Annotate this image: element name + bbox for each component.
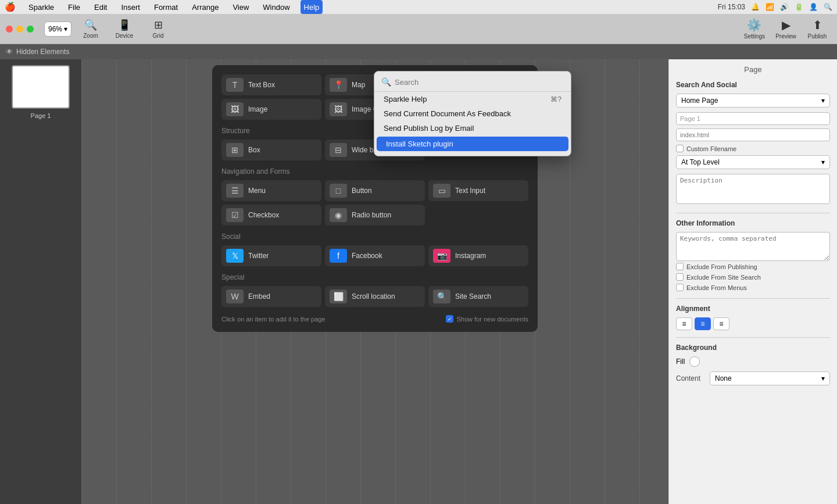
insert-button[interactable]: □ Button [325,180,425,201]
content-chevron: ▾ [821,374,825,383]
maximize-button[interactable] [27,26,34,33]
exclude-search-checkbox[interactable] [676,273,684,281]
page-label: Page 1 [31,112,51,119]
level-dropdown[interactable]: At Top Level ▾ [676,155,830,169]
insert-box[interactable]: ⊞ Box [221,140,321,160]
insert-site-search[interactable]: 🔍 Site Search [428,286,528,307]
insert-text-input[interactable]: ▭ Text Input [428,180,528,201]
page-name-input[interactable] [676,112,830,125]
alignment-title: Alignment [676,305,830,313]
filename-row [676,128,830,141]
apple-menu[interactable]: 🍎 [5,2,16,12]
close-button[interactable] [6,26,13,33]
traffic-lights [6,26,34,33]
box-icon: ⊞ [226,143,244,157]
show-new-docs[interactable]: ✓ Show for new documents [446,315,528,323]
insert-instagram[interactable]: 📷 Instagram [428,245,528,266]
right-tab-page[interactable]: Page [676,65,830,74]
zoom-control[interactable]: 96% ▾ [44,22,71,37]
embed-label: Embed [248,292,270,301]
checkbox-icon: ☑ [226,208,244,222]
text-input-label: Text Input [455,187,485,195]
hidden-elements-label: Hidden Elements [16,48,69,56]
publish-button[interactable]: ⬆ Publish [803,16,831,42]
menubar-search-icon[interactable]: 🔍 [824,3,832,11]
insert-navforms: ☰ Menu □ Button ▭ Text Input ☑ Checkbox … [221,180,528,226]
align-center-button[interactable]: ≡ [695,317,711,330]
device-label: Device [116,33,134,39]
insert-checkbox[interactable]: ☑ Checkbox [221,205,321,226]
insert-embed[interactable]: W Embed [221,286,321,307]
insert-textbox[interactable]: T Text Box [221,74,321,95]
grid-label: Grid [153,33,164,39]
filename-input[interactable] [676,128,830,141]
image-gallery-icon: 🖼 [330,102,347,116]
settings-button[interactable]: ⚙️ Settings [741,16,768,42]
exclude-publishing-checkbox[interactable] [676,263,684,270]
exclude-menus-checkbox[interactable] [676,284,684,291]
canvas-area[interactable]: T Text Box 📍 Map ▶ Video 🖼 Image [81,59,668,504]
device-tool[interactable]: 📱 Device [110,16,139,42]
help-search-input[interactable] [395,78,564,87]
help-send-doc[interactable]: Send Current Document As Feedback [374,106,571,121]
menubar-window[interactable]: Window [259,0,293,14]
minimize-button[interactable] [16,26,23,33]
help-dropdown[interactable]: 🔍 Sparkle Help ⌘? Send Current Document … [374,71,571,156]
help-sparkle-help[interactable]: Sparkle Help ⌘? [374,92,571,106]
align-left-button[interactable]: ≡ [676,317,692,330]
content-row: Content None ▾ [676,371,830,385]
help-install-sketch[interactable]: Install Sketch plugin [377,137,568,151]
insert-scroll-location[interactable]: ⬜ Scroll location [325,286,425,307]
grid-tool[interactable]: ⊞ Grid [144,16,173,42]
insert-menu[interactable]: ☰ Menu [221,180,321,201]
menubar-insert[interactable]: Insert [117,0,144,14]
insert-twitter[interactable]: 𝕏 Twitter [221,245,321,266]
zoom-tool[interactable]: 🔍 Zoom [76,16,105,42]
menubar-notification-icon[interactable]: 🔔 [751,3,760,11]
align-right-button[interactable]: ≡ [713,317,729,330]
page-thumbnail[interactable] [12,65,70,109]
insert-image[interactable]: 🖼 Image [221,99,321,120]
menubar-format[interactable]: Format [151,0,181,14]
search-social-chevron: ▾ [821,96,825,105]
device-icon: 📱 [118,19,131,31]
menubar-right: Fri 15:03 🔔 📶 🔊 🔋 👤 🔍 [718,3,832,11]
menubar-arrange[interactable]: Arrange [188,0,222,14]
menubar-file[interactable]: File [65,0,84,14]
content-dropdown[interactable]: None ▾ [710,371,830,385]
keywords-input[interactable] [676,232,830,261]
settings-icon: ⚙️ [747,18,761,32]
sparkle-help-shortcut: ⌘? [550,95,561,103]
help-search-icon: 🔍 [381,77,391,87]
insert-footer: Click on an item to add it to the page ✓… [221,315,528,323]
wide-box-icon: ⊟ [330,143,347,157]
insert-facebook[interactable]: f Facebook [325,245,425,266]
textbox-icon: T [226,78,244,92]
help-send-log[interactable]: Send Publish Log by Email [374,121,571,135]
description-textarea[interactable] [676,174,830,204]
menubar-view[interactable]: View [229,0,252,14]
preview-button[interactable]: ▶ Preview [772,16,800,42]
background-title: Background [676,344,830,352]
divider-3 [676,337,830,338]
search-social-dropdown[interactable]: Home Page ▾ [676,94,830,108]
hidden-elements-bar: 👁 Hidden Elements [0,44,837,59]
fill-color-swatch[interactable] [689,356,700,367]
alignment-row: ≡ ≡ ≡ [676,317,830,330]
insert-radio[interactable]: ◉ Radio button [325,205,425,226]
embed-icon: W [226,289,244,303]
show-new-docs-checkbox[interactable]: ✓ [446,315,453,323]
menubar-help[interactable]: Help [301,0,323,14]
menubar-edit[interactable]: Edit [91,0,110,14]
exclude-search-label: Exclude From Site Search [686,274,761,281]
custom-filename-checkbox[interactable] [676,145,684,152]
publish-label: Publish [808,33,827,40]
send-doc-label: Send Current Document As Feedback [384,109,511,118]
exclude-menus-label: Exclude From Menus [686,284,747,291]
zoom-label: Zoom [83,33,98,39]
menubar-sparkle[interactable]: Sparkle [25,0,58,14]
image-icon: 🖼 [226,102,244,116]
exclude-publishing-label: Exclude From Publishing [686,263,757,270]
twitter-icon: 𝕏 [226,249,244,263]
content-value: None [715,374,732,383]
